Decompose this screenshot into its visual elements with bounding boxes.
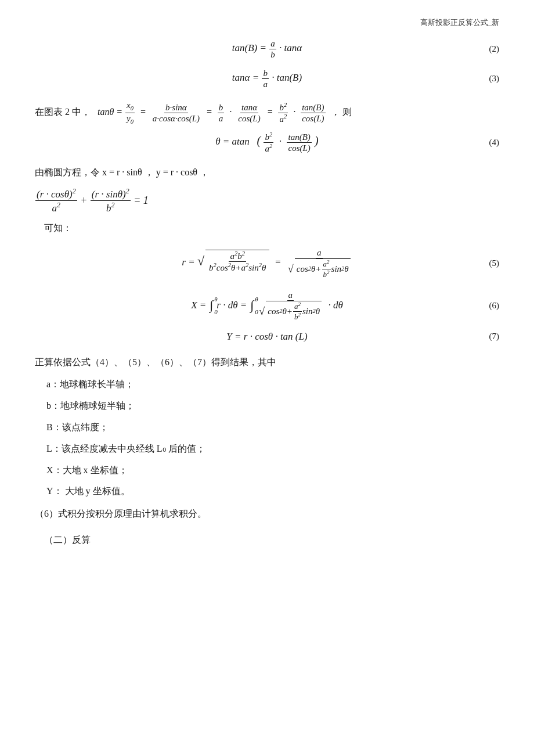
- eq2-number: (2): [489, 44, 500, 54]
- L-definition: L：该点经度减去中央经线 L₀ 后的值；: [46, 441, 499, 458]
- chart2-text: 在图表 2 中，: [35, 106, 95, 118]
- equation-6: X = ∫ 0 θ r · dθ = ∫ 0 θ a √ cos2θ+a2b2s…: [35, 290, 499, 322]
- ellipse-intro: 由椭圆方程，令 x = r · sinθ ， y = r · cosθ ，: [35, 164, 499, 181]
- eq5-number: (5): [489, 258, 500, 268]
- page-title: 高斯投影正反算公式_新: [420, 18, 500, 27]
- ellipse-equation: (r · cosθ)2 a2 + (r · sinθ)2 b2 = 1: [35, 187, 499, 214]
- then-text: 则: [342, 106, 352, 118]
- b-definition: b：地球椭球短半轴；: [46, 398, 499, 415]
- equation-7: Y = r · cosθ · tan (L) (7): [35, 331, 499, 343]
- equation-5: r = √ a2b2 b2cos2θ+a2sin2θ = a √ cos2θ+a…: [35, 247, 499, 279]
- eq4-number: (4): [489, 138, 500, 147]
- chart2-paragraph: 在图表 2 中， tanθ = x0y0 = b·sinαa·cosα·cos(…: [35, 100, 499, 125]
- eq7-content: Y = r · cosθ · tan (L): [226, 331, 307, 343]
- eq6-content: X = ∫ 0 θ r · dθ = ∫ 0 θ a √ cos2θ+a2b2s…: [191, 290, 343, 322]
- tantheta-formula: tanθ = x0y0 = b·sinαa·cosα·cos(L) = ba ·…: [98, 100, 340, 125]
- eq3-content: tanα = ba · tan(B): [232, 68, 302, 89]
- Y-definition: Y： 大地 y 坐标值。: [46, 483, 499, 500]
- inverse-title: （二）反算: [35, 532, 499, 549]
- eq4-content: θ = atan ( b2 a2 · tan(B) cos(L) ): [215, 131, 318, 154]
- eq5-content: r = √ a2b2 b2cos2θ+a2sin2θ = a √ cos2θ+a…: [182, 247, 352, 279]
- can-know: 可知：: [35, 220, 499, 237]
- integral-note: （6）式积分按积分原理由计算机求积分。: [35, 506, 499, 523]
- X-definition: X：大地 x 坐标值；: [46, 462, 499, 479]
- equation-4: θ = atan ( b2 a2 · tan(B) cos(L) ) (4): [35, 131, 499, 154]
- eq7-number: (7): [489, 332, 500, 341]
- eq3-number: (3): [489, 74, 500, 84]
- eq6-number: (6): [489, 301, 500, 311]
- page-header: 高斯投影正反算公式_新: [35, 17, 499, 28]
- equation-2: tan(B) = ab · tanα (2): [35, 38, 499, 60]
- equation-3: tanα = ba · tan(B) (3): [35, 68, 499, 89]
- eq2-content: tan(B) = ab · tanα: [232, 38, 302, 60]
- B-definition: B：该点纬度；: [46, 419, 499, 436]
- forward-summary: 正算依据公式（4）、（5）、（6）、（7）得到结果，其中: [35, 354, 499, 371]
- a-definition: a：地球椭球长半轴；: [46, 376, 499, 393]
